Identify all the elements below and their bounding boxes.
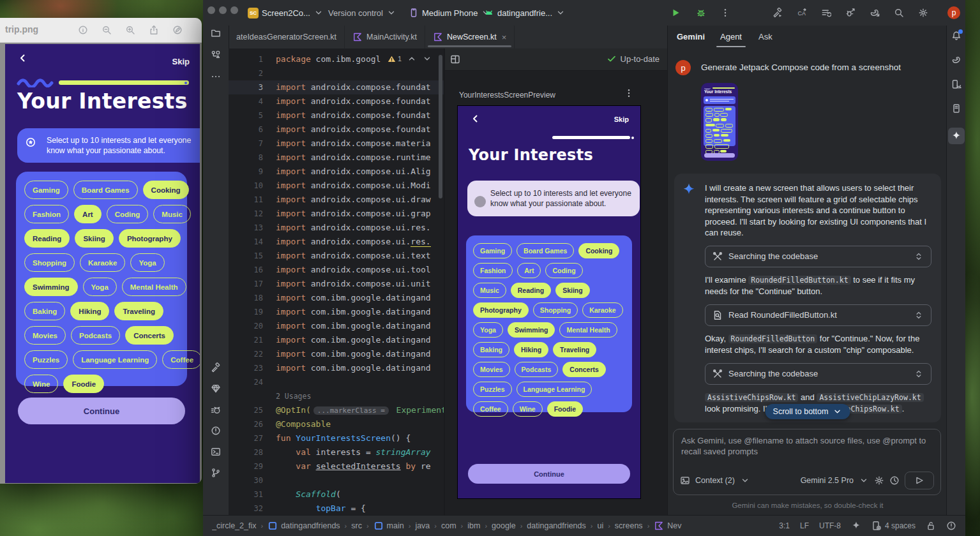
preview-options-icon[interactable] [624,88,634,98]
lock-open-icon[interactable] [926,521,936,531]
history-icon[interactable] [889,475,900,486]
zoom-out-icon[interactable] [102,25,112,35]
split-grid-icon[interactable] [450,54,460,64]
refactor-icon[interactable]: CA [797,8,807,18]
breadcrumb-item[interactable]: ui [597,521,603,530]
interest-chip[interactable]: Concerts [125,326,174,345]
file-search-icon[interactable] [712,310,723,320]
zoom-in-icon[interactable] [125,25,135,35]
interest-chip[interactable]: Movies [24,326,66,345]
interest-chip[interactable]: Coffee [162,350,200,369]
interest-chip[interactable]: Cooking [143,181,189,199]
updown-icon[interactable] [914,310,924,320]
interest-chip[interactable]: Hiking [514,342,548,357]
interest-chip[interactable]: Foodie [63,375,104,393]
logcat-icon[interactable] [211,405,221,415]
editor-scrollbar[interactable] [439,55,442,198]
hammer-run-icon[interactable] [773,8,783,18]
context-dropdown[interactable]: Context (2) [695,476,735,485]
project-widget[interactable]: SC Screen2Co... [248,0,324,26]
interest-chip[interactable]: Coding [107,205,149,223]
debug-button[interactable] [696,8,706,18]
interest-chip[interactable]: Photography [119,229,181,248]
interest-chip[interactable]: Puzzles [24,350,68,369]
problems-icon[interactable] [211,426,221,436]
zoom-window-button[interactable] [230,6,238,14]
interest-chip[interactable]: Art [74,205,102,223]
interest-chip[interactable]: Foodie [547,401,583,417]
status-widget[interactable]: UTF-8 [819,521,841,530]
interest-chip[interactable]: Swimming [24,278,78,296]
tab-MainActivity.kt[interactable]: MainActivity.kt [345,26,425,48]
status-widget[interactable]: 4 spaces [871,521,916,531]
chevron-up-icon[interactable] [407,54,417,64]
interest-chip[interactable]: Mental Health [559,322,617,338]
interest-chip[interactable]: Photography [473,302,529,318]
interest-chip[interactable]: Gaming [24,181,68,199]
gemini-settings-icon[interactable] [874,475,884,486]
breadcrumb-item[interactable]: screens [615,521,643,530]
breadcrumb-item[interactable]: src [351,521,362,530]
device-manager-icon[interactable] [951,79,961,89]
module-icon[interactable] [373,521,384,531]
breadcrumb-item[interactable]: datingandfriends [268,521,340,531]
interest-chip[interactable]: Board Games [516,243,574,258]
run-configuration[interactable]: datingandfrie... [484,0,566,26]
sparkle-icon[interactable] [851,521,861,531]
breadcrumb-item[interactable]: com [441,521,456,530]
interest-chip[interactable]: Traveling [553,342,596,357]
attach-image-icon[interactable] [680,475,690,486]
tool-call-row[interactable]: Searching the codebase [705,363,931,385]
breadcrumb-item[interactable]: java [415,521,430,530]
continue-button[interactable]: Continue [18,398,185,424]
interest-chip[interactable]: Traveling [114,302,163,320]
folder-icon[interactable] [211,28,221,38]
interest-chip[interactable]: Podcasts [71,326,120,345]
interest-chip[interactable]: Hiking [70,302,109,320]
tool-call-row[interactable]: Read RoundedFilledButton.kt [705,304,931,326]
attached-screenshot-thumbnail[interactable]: Your Interests [701,83,738,161]
kotlin-icon[interactable] [433,32,443,42]
interest-chip[interactable]: Baking [473,342,509,357]
interest-chip[interactable]: Yoga [473,322,503,338]
usages-hint[interactable]: 2 Usages [276,389,311,403]
send-button[interactable] [905,472,934,489]
status-widget[interactable] [926,521,936,531]
settings-icon[interactable] [918,8,928,18]
git-branch-icon[interactable] [211,468,221,478]
tab-ateIdeasGeneratorScreen.kt[interactable]: ateIdeasGeneratorScreen.kt [229,26,345,48]
inspection-widget[interactable]: 1 [385,54,435,64]
interest-chip[interactable]: Podcasts [515,362,559,377]
close-tab-icon[interactable]: × [502,33,507,42]
gemini-prompt-input[interactable]: Ask Gemini, use @filename to attach sour… [673,429,941,495]
module-icon[interactable] [268,521,278,531]
more-actions-icon[interactable] [720,8,730,18]
interest-chip[interactable]: Wine [513,401,543,417]
updown-icon[interactable] [914,369,924,379]
interest-chip[interactable]: Cooking [578,243,619,258]
interest-chip[interactable]: Gaming [473,243,512,258]
status-widget[interactable] [851,521,861,531]
interest-chip[interactable]: Language Learning [516,382,592,397]
interest-chip[interactable]: Puzzles [473,382,512,397]
notifications-bell-icon[interactable] [951,31,961,41]
interest-chip[interactable]: Board Games [73,181,138,199]
gradle-sync-icon[interactable] [870,8,880,18]
running-devices-icon[interactable] [951,103,961,114]
interest-chip[interactable]: Fashion [473,263,513,278]
breadcrumb-item[interactable]: google [492,521,516,530]
interest-chip[interactable]: Concerts [562,362,606,377]
kotlin-icon[interactable] [654,521,664,531]
error-icon[interactable] [946,521,956,531]
terminal-icon[interactable] [211,447,221,457]
scroll-to-bottom-button[interactable]: Scroll to bottom [765,404,850,419]
continue-button[interactable]: Continue [468,464,630,484]
tool-call-row[interactable]: Searching the codebase [705,246,931,267]
tab-NewScreen.kt[interactable]: NewScreen.kt× [425,26,515,48]
build-hammer-icon[interactable] [211,362,221,373]
more-icon[interactable] [211,71,221,82]
interest-chip[interactable]: Skiing [555,283,590,298]
breadcrumb-item[interactable]: main [373,521,404,531]
workspace-icon[interactable] [211,50,221,60]
todo-list-icon[interactable] [821,8,831,18]
